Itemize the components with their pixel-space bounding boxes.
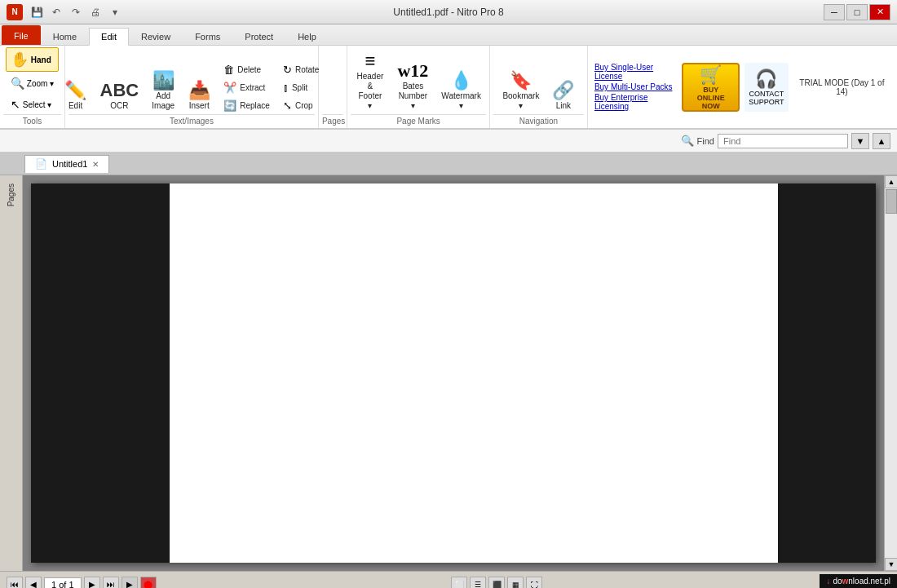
ribbon: ✋ Hand 🔍 Zoom ▾ ↖ Select ▾ Tools ✏️ Edi	[0, 46, 897, 130]
ocr-button[interactable]: ABC OCR	[95, 77, 144, 114]
delete-icon: 🗑	[223, 64, 234, 76]
insert-icon: 📥	[188, 80, 210, 101]
bookmark-label: Bookmark▾	[502, 91, 539, 111]
single-page-view[interactable]: ⬜	[451, 577, 467, 589]
bookmark-button[interactable]: 🔖 Bookmark▾	[497, 67, 544, 114]
pages-sidebar: Pages	[0, 175, 23, 571]
tab-home[interactable]: Home	[41, 27, 89, 45]
qat-save[interactable]: 💾	[28, 4, 46, 20]
minimize-button[interactable]: ─	[824, 4, 845, 20]
edit-button[interactable]: ✏️ Edit	[60, 77, 92, 114]
ribbon-tab-bar: File Home Edit Review Forms Protect Help	[0, 24, 897, 46]
tab-help[interactable]: Help	[285, 27, 329, 45]
vertical-scrollbar: ▲ ▼	[884, 175, 897, 571]
add-image-button[interactable]: 🏙️ AddImage	[147, 67, 179, 114]
insert-button[interactable]: 📥 Insert	[183, 77, 215, 114]
ribbon-group-pagemarks: ≡ Header &Footer ▾ w12 BatesNumber ▾ 💧 W…	[347, 46, 490, 128]
extract-icon: ✂️	[223, 82, 236, 94]
page-indicator[interactable]: 1 of 1	[44, 577, 82, 589]
status-bar: ⏮ ◀ 1 of 1 ▶ ⏭ ▶ ⬤ ⬜ ☰ ⬛ ▦ ⛶ 100% −	[0, 571, 897, 588]
hand-button[interactable]: ✋ Hand	[6, 47, 59, 72]
bates-number-button[interactable]: w12 BatesNumber ▾	[392, 57, 433, 114]
stop-button[interactable]: ⬤	[140, 577, 157, 589]
next-page-button[interactable]: ▶	[84, 577, 100, 589]
ocr-icon: ABC	[100, 80, 139, 101]
trial-info: TRIAL MODE (Day 1 of 14)	[793, 75, 890, 99]
find-label: Find	[697, 136, 714, 146]
textimages-group-label: Text/Images	[68, 114, 315, 128]
document-content	[23, 175, 884, 571]
scroll-down-button[interactable]: ▼	[885, 558, 897, 571]
qat-undo[interactable]: ↶	[47, 4, 65, 20]
doc-tab-close[interactable]: ✕	[92, 160, 99, 169]
delete-button[interactable]: 🗑 Delete	[219, 61, 275, 78]
header-footer-icon: ≡	[365, 51, 375, 72]
prev-page-button[interactable]: ◀	[25, 577, 42, 589]
search-down-button[interactable]: ▼	[851, 133, 869, 149]
rotate-button[interactable]: ↻ Rotate	[278, 61, 324, 78]
qat-redo[interactable]: ↷	[67, 4, 85, 20]
two-page-view[interactable]: ⬛	[488, 577, 505, 589]
link-button[interactable]: 🔗 Link	[547, 77, 579, 114]
document-tab[interactable]: 📄 Untitled1 ✕	[24, 155, 109, 173]
select-label: Select ▾	[23, 100, 52, 109]
bookmark-icon: 🔖	[510, 70, 532, 91]
full-screen-view[interactable]: ⛶	[526, 577, 542, 589]
pagemarks-content: ≡ Header &Footer ▾ w12 BatesNumber ▾ 💧 W…	[351, 46, 486, 114]
replace-label: Replace	[240, 101, 270, 110]
watermark-text: dоwnload.net.pl	[833, 577, 890, 586]
replace-icon: 🔄	[223, 99, 236, 112]
page-right-panel	[778, 183, 876, 563]
pages-group-label: Pages	[322, 114, 343, 128]
tab-edit[interactable]: Edit	[89, 28, 129, 46]
contact-icon: 🎧	[755, 69, 777, 90]
select-button[interactable]: ↖ Select ▾	[6, 95, 59, 114]
buy-enterprise-link[interactable]: Buy Enterprise Licensing	[594, 93, 677, 111]
window-title: Untitled1.pdf - Nitro Pro 8	[393, 7, 503, 18]
tab-protect[interactable]: Protect	[232, 27, 285, 45]
last-page-button[interactable]: ⏭	[103, 577, 119, 589]
continuous-view[interactable]: ☰	[470, 577, 486, 589]
buy-online-button[interactable]: 🛒 BUY ONLINENOW	[682, 63, 740, 112]
link-label: Link	[556, 101, 571, 111]
tab-forms[interactable]: Forms	[183, 27, 232, 45]
watermark-button[interactable]: 💧 Watermark▾	[436, 67, 486, 114]
bates-label: BatesNumber ▾	[397, 82, 428, 111]
search-up-button[interactable]: ▲	[873, 133, 890, 149]
qat-dropdown[interactable]: ▾	[106, 4, 124, 20]
scrollbar-track[interactable]	[885, 188, 897, 558]
doc-tab-title: Untitled1	[52, 159, 87, 169]
buy-online-label: BUY ONLINENOW	[690, 86, 731, 110]
buy-online-icon: 🛒	[700, 64, 722, 86]
watermark-icon: 💧	[450, 70, 472, 91]
zoom-button[interactable]: 🔍 Zoom ▾	[6, 73, 59, 93]
watermark-label: Watermark▾	[441, 91, 481, 111]
buy-single-link[interactable]: Buy Single-User License	[594, 63, 677, 81]
purchase-section: Buy Single-User License Buy Multi-User P…	[588, 46, 897, 128]
pages-label[interactable]: Pages	[7, 183, 15, 206]
play-button[interactable]: ▶	[122, 577, 138, 589]
split-button[interactable]: ⫿ Split	[278, 79, 324, 96]
tools-group-label: Tools	[3, 114, 61, 128]
restore-button[interactable]: □	[846, 4, 868, 20]
edit-icon: ✏️	[64, 80, 86, 101]
search-input[interactable]	[718, 134, 848, 148]
rotate-icon: ↻	[283, 64, 292, 76]
delete-label: Delete	[237, 65, 261, 74]
crop-button[interactable]: ⤡ Crop	[278, 97, 324, 114]
first-page-button[interactable]: ⏮	[7, 577, 23, 589]
scrollbar-thumb[interactable]	[886, 189, 897, 214]
tab-file[interactable]: File	[2, 25, 41, 45]
header-footer-button[interactable]: ≡ Header &Footer ▾	[351, 47, 389, 114]
search-icon: 🔍	[681, 135, 694, 147]
extract-button[interactable]: ✂️ Extract	[219, 79, 275, 96]
contact-support-button[interactable]: 🎧 CONTACTSUPPORT	[745, 63, 789, 112]
replace-button[interactable]: 🔄 Replace	[219, 97, 275, 114]
hand-label: Hand	[31, 55, 51, 64]
qat-print[interactable]: 🖨	[86, 4, 104, 20]
buy-multi-link[interactable]: Buy Multi-User Packs	[594, 82, 677, 91]
close-button[interactable]: ✕	[869, 4, 890, 20]
spread-view[interactable]: ▦	[507, 577, 524, 589]
scroll-up-button[interactable]: ▲	[885, 175, 897, 188]
tab-review[interactable]: Review	[129, 27, 183, 45]
